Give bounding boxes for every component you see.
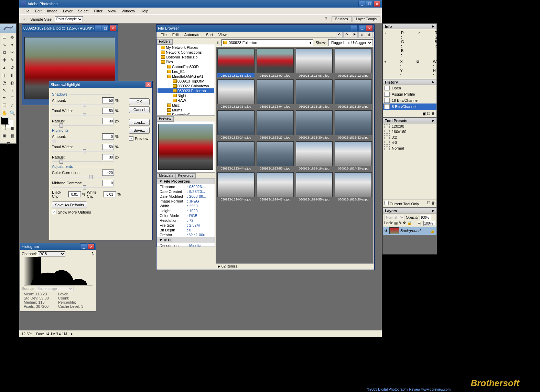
lock-move-icon[interactable]: ✥	[403, 221, 406, 225]
fb-delete-icon[interactable]: 🗑	[366, 32, 373, 38]
layers-title[interactable]: Layers▸	[383, 208, 436, 214]
histogram-titlebar[interactable]: Histogram_✕	[20, 243, 96, 250]
delete-preset-icon[interactable]: 🗑	[431, 201, 435, 205]
tree-item[interactable]: Network Connections	[158, 50, 214, 55]
marquee-tool[interactable]: ▭	[0, 33, 8, 41]
history-title[interactable]: History▸	[383, 79, 436, 85]
fill-input[interactable]	[423, 221, 435, 226]
fb-search-icon[interactable]: ⌕	[358, 32, 365, 38]
ok-button[interactable]: OK	[129, 98, 150, 105]
fb-minimize[interactable]: _	[351, 25, 358, 31]
thumbnail[interactable]: 030923-1823-27-a.jpg	[257, 110, 294, 139]
doc-maximize[interactable]: ☐	[102, 25, 109, 31]
presets-title[interactable]: Tool Presets▸	[383, 118, 436, 123]
thumbnail[interactable]: 030923-1824-34-a.jpg	[217, 172, 255, 201]
menu-edit[interactable]: Edit	[32, 8, 44, 14]
h-amount-input[interactable]	[102, 133, 114, 140]
stamp-tool[interactable]: ▲	[0, 64, 8, 71]
toolbox-header[interactable]	[0, 24, 16, 33]
save-button[interactable]: Save...	[129, 127, 150, 134]
h-tonal-input[interactable]	[102, 144, 114, 150]
tool-preset[interactable]: 120x90	[383, 123, 436, 129]
fb-menu-edit[interactable]: Edit	[170, 32, 182, 37]
menu-help[interactable]: Help	[138, 8, 151, 14]
dialog-close[interactable]: ✕	[145, 82, 151, 87]
thumbnail[interactable]: 030923-1823-20-a.jpg	[335, 79, 372, 108]
blur-tool[interactable]: ◔	[0, 79, 8, 86]
preview-checkbox[interactable]: ✓	[129, 136, 133, 141]
type-tool[interactable]: T	[8, 86, 16, 94]
s-tonal-input[interactable]	[102, 108, 114, 114]
eyedropper-tool[interactable]: ✓	[8, 101, 16, 109]
tool-preset[interactable]: 4:3	[383, 140, 436, 145]
white-clip-input[interactable]	[104, 191, 116, 197]
palette-well-icon[interactable]: ⎙	[325, 16, 331, 22]
thumbnail[interactable]: 030923-1823-04-a.jpg	[257, 79, 294, 108]
history-state[interactable]: 8 Bits/Channel	[383, 104, 436, 110]
info-title[interactable]: Info▸	[383, 24, 436, 29]
doc-close[interactable]: ✕	[109, 25, 116, 31]
history-state[interactable]: Open	[383, 85, 436, 91]
h-radius-slider[interactable]	[52, 161, 114, 162]
load-button[interactable]: Load...	[129, 119, 150, 126]
fb-close[interactable]: ✕	[366, 25, 373, 31]
crop-tool[interactable]: ⧉	[0, 48, 8, 56]
heal-tool[interactable]: ✚	[0, 56, 8, 64]
fb-flag-icon[interactable]: ⚑	[351, 32, 358, 38]
s-radius-slider[interactable]	[52, 125, 114, 126]
s-amount-slider[interactable]	[52, 105, 114, 106]
doc-size[interactable]: Doc: 14.1M/14.1M	[36, 332, 67, 336]
preview-tab[interactable]: Preview	[156, 116, 174, 122]
zoom-tool[interactable]: 🔍	[8, 109, 16, 117]
tree-item[interactable]: PentaxIstD	[158, 112, 214, 116]
tree-item[interactable]: CanonEos300D	[158, 64, 214, 69]
zoom-level[interactable]: 12.5%	[21, 332, 32, 336]
thumbnail[interactable]: 030923-1824-30-a.jpg	[335, 141, 372, 170]
lasso-tool[interactable]: ∿	[0, 41, 8, 48]
tool-preset[interactable]: Normal	[383, 145, 436, 151]
lock-all-icon[interactable]: 🔒	[407, 221, 412, 225]
close-button[interactable]: ✕	[374, 1, 380, 7]
fb-rotate-cw-icon[interactable]: ↷	[343, 32, 350, 38]
screen-full-menu[interactable]: ▦	[8, 132, 16, 139]
save-defaults-button[interactable]: Save As Defaults	[52, 202, 87, 208]
midtone-input[interactable]	[102, 180, 114, 186]
visibility-icon[interactable]: 👁	[384, 229, 388, 233]
tree-item[interactable]: MinoltaDiMAGEA1	[158, 74, 214, 79]
color-swatches[interactable]	[0, 117, 16, 128]
hand-tool[interactable]: ✋	[0, 109, 8, 117]
tree-item[interactable]: Les_E1	[158, 69, 214, 74]
menu-filter[interactable]: Filter	[91, 8, 105, 14]
thumbnail[interactable]: 030923-1821-53-a.jpg	[217, 48, 255, 77]
tree-item[interactable]: Optional_Retail.zip	[158, 55, 214, 59]
thumbnail[interactable]: 030923-1824-47-a.jpg	[257, 172, 294, 201]
metadata-panel[interactable]: ▼ File Properties Filename: 030923-...Da…	[156, 178, 215, 247]
folders-tab[interactable]: Folders	[156, 39, 173, 45]
channel-select[interactable]: RGB	[38, 251, 65, 257]
trash-icon[interactable]: 🗑	[431, 111, 435, 116]
dialog-titlebar[interactable]: Shadow/Highlight ✕	[49, 81, 152, 88]
brush-tool[interactable]: ✎	[8, 56, 16, 64]
dodge-tool[interactable]: ◐	[8, 79, 16, 86]
fb-menu-view[interactable]: View	[216, 32, 229, 37]
tree-item[interactable]: My Network Places	[158, 45, 214, 50]
tree-item[interactable]: 030922 Chinatown	[158, 84, 214, 88]
notes-tool[interactable]: ☐	[0, 101, 8, 109]
thumbnail[interactable]: 030923-1825-20-a.jpg	[335, 172, 372, 201]
thumbnail[interactable]: 030923-1824-16-a.jpg	[296, 141, 333, 170]
minimize-button[interactable]: _	[358, 1, 365, 7]
eraser-tool[interactable]: ◫	[0, 71, 8, 79]
histo-minimize[interactable]: _	[80, 243, 87, 250]
wand-tool[interactable]: ✦	[8, 41, 16, 48]
lock-paint-icon[interactable]: ✎	[399, 221, 402, 225]
s-amount-input[interactable]	[102, 97, 114, 104]
thumbnail[interactable]: 030923-1823-32-a.jpg	[335, 110, 372, 139]
gradient-tool[interactable]: ◧	[8, 71, 16, 79]
new-preset-icon[interactable]: ☐	[427, 201, 430, 205]
thumbnail[interactable]: 030923-1823-53-a.jpg	[257, 141, 294, 170]
thumbnail[interactable]: 030923-1822-00-a.jpg	[257, 48, 294, 77]
folder-tree[interactable]: My Network Places Network Connections Op…	[156, 44, 215, 116]
thumbnail[interactable]: 030923-1823-30-a.jpg	[296, 110, 333, 139]
menu-view[interactable]: View	[105, 8, 119, 14]
shape-tool[interactable]: ▢	[8, 94, 16, 101]
